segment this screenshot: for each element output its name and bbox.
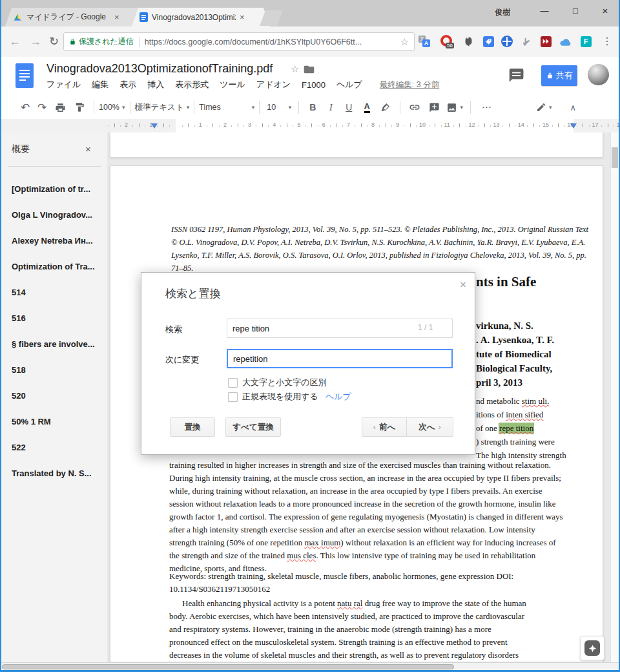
extension-elephant-icon[interactable] — [461, 34, 475, 48]
italic-button[interactable]: I — [322, 100, 340, 115]
replace-all-button[interactable]: すべて置換 — [225, 417, 281, 437]
more-toolbar-button[interactable]: ⋯ — [475, 100, 497, 115]
left-indent-marker[interactable] — [151, 123, 158, 129]
outline-item[interactable]: 516 — [12, 313, 102, 323]
avatar[interactable] — [588, 64, 609, 85]
back-button[interactable]: ← — [9, 33, 21, 50]
tab-close-icon[interactable]: × — [114, 12, 119, 22]
replace-input[interactable] — [227, 349, 453, 368]
match-case-option[interactable]: 大文字と小文字の区別 — [228, 377, 327, 388]
search-label: 検索 — [165, 324, 182, 335]
extension-red-badge-icon[interactable]: 56 — [439, 34, 453, 48]
last-edit-link[interactable]: 最終編集: 3 分前 — [380, 79, 439, 90]
font-select[interactable]: Times▾ — [199, 100, 254, 115]
insert-link-button[interactable] — [405, 100, 424, 115]
ruler-dot — [379, 125, 380, 127]
share-label: 共有 — [556, 70, 573, 81]
tab-my-drive[interactable]: マイドライブ - Google ドライブ × — [5, 8, 145, 26]
outline-item[interactable]: Alexey Netreba Ин... — [12, 236, 102, 246]
extension-tag-icon[interactable] — [481, 34, 495, 48]
zoom-select[interactable]: 100%▾ — [99, 100, 125, 115]
explore-button[interactable] — [580, 636, 604, 660]
reload-button[interactable]: ↻ — [49, 33, 59, 50]
outline-item[interactable]: § fibers are involve... — [12, 339, 102, 349]
outline-item[interactable]: [Optimization of tr... — [12, 184, 102, 194]
doc-line: Keywords: strength training, skeletal mu… — [169, 571, 513, 582]
regex-option[interactable]: 正規表現を使用する ヘルプ — [228, 391, 351, 403]
right-indent-marker[interactable] — [570, 123, 577, 129]
outline-item[interactable]: 520 — [12, 391, 102, 401]
outline-item[interactable]: 514 — [12, 288, 102, 297]
horizontal-scrollbar-thumb[interactable] — [2, 664, 454, 669]
chrome-menu-icon[interactable]: ⋮ — [602, 33, 612, 50]
collapse-toolbar-button[interactable]: ∧ — [563, 100, 583, 115]
bookmark-star-icon[interactable]: ☆ — [400, 36, 409, 48]
move-folder-icon[interactable] — [304, 65, 315, 74]
menu-insert[interactable]: 挿入 — [147, 79, 164, 90]
outline-item[interactable]: Optimization of Tra... — [12, 262, 102, 271]
menu-f1000[interactable]: F1000 — [302, 80, 326, 90]
undo-button[interactable]: ↶ — [17, 100, 34, 115]
outline-item[interactable]: 50% 1 RM — [12, 417, 102, 426]
maximize-button[interactable]: □ — [566, 4, 585, 18]
forward-button[interactable]: → — [30, 33, 41, 50]
text-color-button[interactable]: A — [358, 100, 376, 115]
menu-view[interactable]: 表示 — [119, 79, 136, 90]
paragraph-style-select[interactable]: 標準テキスト▾ — [135, 100, 190, 115]
document-title[interactable]: Vinogradova2013OptimizationofTraining.pd… — [46, 62, 273, 76]
next-match-button[interactable]: 次へ› — [406, 417, 453, 437]
close-window-button[interactable]: × — [595, 4, 615, 18]
replace-button[interactable]: 置換 — [170, 417, 215, 437]
extension-hand-icon[interactable] — [519, 34, 533, 48]
doc-line: ) strength training were — [476, 437, 555, 447]
secure-indicator[interactable]: 保護された通信 — [69, 36, 134, 47]
extension-fast-forward-icon[interactable] — [539, 34, 553, 48]
paint-format-button[interactable] — [70, 100, 89, 115]
menu-file[interactable]: ファイル — [46, 79, 81, 90]
redo-button[interactable]: ↷ — [34, 100, 50, 115]
menu-help[interactable]: ヘルプ — [336, 79, 362, 90]
minimize-button[interactable]: — — [535, 4, 554, 18]
tab-close-icon[interactable]: × — [240, 12, 245, 22]
extension-wheel-icon[interactable] — [500, 34, 514, 48]
menu-addons[interactable]: アドオン — [256, 79, 291, 90]
dialog-title: 検索と置換 — [165, 286, 220, 301]
menu-tools[interactable]: ツール — [220, 79, 245, 90]
match-case-checkbox[interactable] — [228, 378, 238, 388]
highlight-color-button[interactable] — [376, 100, 395, 115]
previous-match-button[interactable]: ‹前へ — [362, 417, 407, 437]
share-button[interactable]: 共有 — [541, 65, 577, 86]
star-document-icon[interactable]: ☆ — [291, 63, 299, 75]
doc-line: During high intensity training, at the m… — [169, 473, 561, 483]
font-size-select[interactable]: 10▾ — [264, 100, 294, 115]
regex-help-link[interactable]: ヘルプ — [326, 391, 351, 403]
extension-f-icon[interactable]: F — [579, 34, 593, 48]
horizontal-scrollbar[interactable] — [1, 662, 619, 671]
bold-button[interactable]: B — [304, 100, 322, 115]
extension-cloud-icon[interactable] — [558, 34, 572, 48]
outline-item[interactable]: Translated by N. S... — [12, 468, 102, 478]
regex-checkbox[interactable] — [228, 392, 238, 402]
outline-item[interactable]: 522 — [12, 443, 102, 452]
outline-item[interactable]: 518 — [12, 365, 102, 375]
doc-line: 10.1134/S0362119713050162 — [169, 584, 270, 594]
comments-button[interactable] — [507, 67, 524, 86]
tab-docs-document[interactable]: Vinogradova2013OptimizationofTraining.pd… — [132, 8, 270, 26]
search-match-highlight: repe tition — [499, 423, 533, 433]
extension-translate-icon[interactable]: 文 A — [417, 34, 431, 48]
vertical-scrollbar-thumb[interactable] — [612, 147, 618, 168]
insert-image-button[interactable]: ▾ — [444, 100, 466, 115]
outline-item[interactable]: Olga L Vinogradov... — [12, 210, 102, 220]
vertical-scrollbar[interactable] — [610, 132, 619, 662]
omnibox[interactable]: 保護された通信 https://docs.google.com/document… — [63, 32, 415, 51]
underline-button[interactable]: U — [340, 100, 358, 115]
print-button[interactable] — [50, 100, 70, 115]
dialog-close-icon[interactable]: × — [460, 278, 466, 291]
close-outline-icon[interactable]: × — [85, 143, 91, 154]
ruler-dot — [330, 125, 331, 127]
menu-format[interactable]: 表示形式 — [175, 79, 209, 90]
menu-edit[interactable]: 編集 — [92, 79, 108, 90]
google-docs-logo[interactable] — [16, 63, 34, 88]
editing-mode-button[interactable]: ▾ — [531, 100, 557, 115]
insert-comment-button[interactable] — [424, 100, 444, 115]
